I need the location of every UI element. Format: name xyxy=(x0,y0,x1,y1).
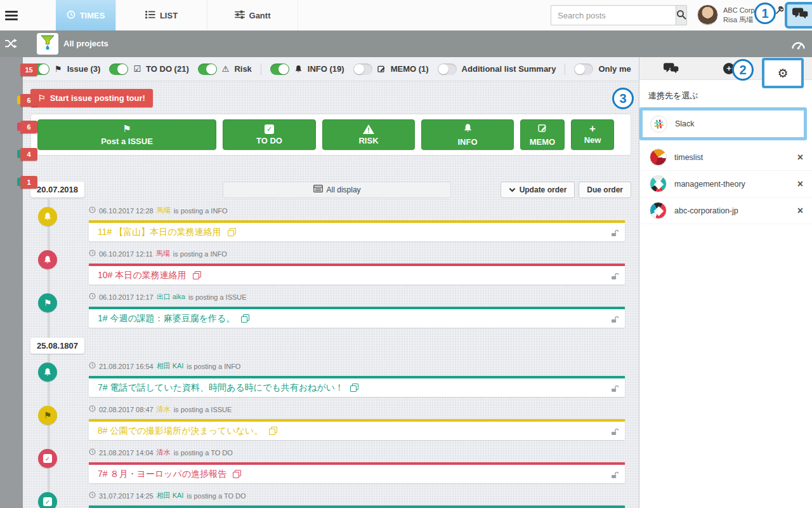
workspace-item-management-theory[interactable]: management-theory × xyxy=(639,171,812,197)
wrench-icon xyxy=(775,6,783,17)
copy-icon[interactable] xyxy=(233,470,241,478)
post-card[interactable]: 8# 公園での撮影場所が決まっていない。 xyxy=(89,419,625,440)
post-author[interactable]: 馬場 xyxy=(156,249,170,258)
toggle-off[interactable] xyxy=(353,64,372,75)
count-badge[interactable]: 4 xyxy=(20,148,37,161)
count-badge[interactable]: 15 xyxy=(20,64,37,76)
unlock-icon[interactable] xyxy=(610,427,619,439)
copy-icon[interactable] xyxy=(241,314,249,323)
tab-times[interactable]: TIMES xyxy=(56,0,115,30)
post-title-link[interactable]: 1# 今週の課題：麻婆豆腐を作る。 xyxy=(98,313,235,324)
post-card[interactable]: 11# 【富山】本日の業務連絡用 xyxy=(89,220,625,241)
hamburger-menu-icon[interactable] xyxy=(0,0,23,30)
workspace-item-timeslist[interactable]: timeslist × xyxy=(639,144,812,171)
post-card[interactable]: 1# 今週の課題：麻婆豆腐を作る。 xyxy=(89,307,625,328)
post-title-link[interactable]: 11# 【富山】本日の業務連絡用 xyxy=(98,227,221,238)
post-actions-panel: ⚑ Post a ISSUE ✓ TO DO RISK INFO ME xyxy=(30,114,631,156)
post-title-link[interactable]: 7# 電話で話していた資料、時間ある時にでも共有おねがい！ xyxy=(98,382,344,394)
search-box xyxy=(551,5,686,25)
post-action: is posting a INFO xyxy=(187,363,240,370)
new-button[interactable]: + New xyxy=(571,119,614,150)
bell-icon xyxy=(38,250,57,269)
post-risk-button[interactable]: RISK xyxy=(322,119,415,150)
flag-icon: ⚑ xyxy=(55,65,62,73)
divider xyxy=(565,64,565,75)
search-button[interactable] xyxy=(676,5,687,25)
copy-icon[interactable] xyxy=(193,271,201,279)
post-author[interactable]: 清水 xyxy=(157,448,171,457)
post-title-link[interactable]: 8# 公園での撮影場所が決まっていない。 xyxy=(98,425,263,437)
toggle-on[interactable] xyxy=(109,64,128,75)
project-filter-button[interactable] xyxy=(37,33,58,55)
shuffle-icon[interactable] xyxy=(5,39,17,51)
filter-info[interactable]: INFO (19) xyxy=(270,64,344,75)
timeline-post: ⚑ 02.08.2017 08:47 清水 is posting a ISSUE… xyxy=(30,403,631,440)
copy-icon[interactable] xyxy=(228,228,236,236)
settings-tab[interactable]: ⚙ xyxy=(762,58,804,88)
workspace-name: abc-corporation-jp xyxy=(674,206,738,215)
count-badge[interactable]: 1 xyxy=(20,176,37,189)
remove-icon[interactable]: × xyxy=(797,152,803,163)
post-author[interactable]: 相田 KAI xyxy=(157,361,184,371)
remove-icon[interactable]: × xyxy=(797,206,803,216)
toggle-off[interactable] xyxy=(574,64,593,75)
all-display-button[interactable]: All display xyxy=(223,182,451,198)
post-author[interactable]: 出口 aika xyxy=(157,292,185,302)
unlock-icon[interactable] xyxy=(610,471,619,482)
chat-icon[interactable] xyxy=(664,63,679,77)
due-order-button[interactable]: Due order xyxy=(579,182,631,198)
date-badge: 20.07.2018 xyxy=(30,182,84,197)
post-card[interactable]: 7# 電話で話していた資料、時間ある時にでも共有おねがい！ xyxy=(89,376,625,397)
filter-only-me[interactable]: Only me xyxy=(574,64,631,75)
filter-todo[interactable]: ☑ TO DO (21) xyxy=(109,64,188,75)
timeline-post: 06.10.2017 12:11 馬場 is posting a INFO 10… xyxy=(30,248,631,284)
clock-icon xyxy=(89,448,96,457)
post-title-link[interactable]: 7# ８月・ヨーロッパの進捗報告 xyxy=(98,469,226,480)
chat-button[interactable] xyxy=(785,2,812,29)
integration-item-slack[interactable]: Slack xyxy=(639,107,807,140)
count-badge[interactable]: 6 xyxy=(20,94,37,107)
search-icon xyxy=(676,10,686,22)
post-memo-button[interactable]: MEMO xyxy=(520,119,565,150)
post-author[interactable]: 清水 xyxy=(157,404,171,414)
chevron-down-icon xyxy=(509,185,516,194)
toggle-on[interactable] xyxy=(270,64,289,75)
post-issue-button[interactable]: ⚑ Post a ISSUE xyxy=(37,119,216,150)
post-author[interactable]: 相田 KAI xyxy=(157,491,184,500)
post-card[interactable]: 7# ８月・ヨーロッパの進捗報告 xyxy=(89,462,625,483)
filter-issue[interactable]: ⚑ Issue (3) xyxy=(30,64,100,75)
remove-icon[interactable]: × xyxy=(797,179,803,189)
toggle-off[interactable] xyxy=(438,64,457,75)
post-card[interactable]: 10# 本日の業務連絡用 xyxy=(89,264,625,284)
post-card[interactable]: 4# ツールの簡単な使い方、グラフ・ガジェットのMeetup立ち上げの紹介予定。 xyxy=(89,505,625,508)
unlock-icon[interactable] xyxy=(610,272,619,283)
update-order-button[interactable]: Update order xyxy=(501,182,575,198)
filter-memo[interactable]: MEMO (1) xyxy=(353,64,429,75)
workspace-list: timeslist × management-theory × abc-corp… xyxy=(639,144,812,224)
workspace-name: timeslist xyxy=(674,153,703,162)
app-root: TIMES LIST Gantt ABC Corporation Risa 馬場 xyxy=(0,0,812,508)
post-title-link[interactable]: 10# 本日の業務連絡用 xyxy=(98,270,187,281)
toggle-on[interactable] xyxy=(198,64,217,75)
tab-gantt[interactable]: Gantt xyxy=(207,0,298,30)
post-todo-button[interactable]: ✓ TO DO xyxy=(223,119,316,150)
post-action: is posting a INFO xyxy=(174,207,228,215)
search-input[interactable] xyxy=(551,5,676,25)
copy-icon[interactable] xyxy=(350,384,358,392)
copy-icon[interactable] xyxy=(269,427,277,435)
post-action: is posting a INFO xyxy=(173,250,227,258)
tab-list[interactable]: LIST xyxy=(115,0,207,30)
post-author[interactable]: 馬場 xyxy=(157,206,171,215)
speedometer-icon[interactable] xyxy=(791,38,806,52)
unlock-icon[interactable] xyxy=(610,384,619,396)
unlock-icon[interactable] xyxy=(610,229,619,240)
project-title[interactable]: All projects xyxy=(63,30,108,57)
post-info-button[interactable]: INFO xyxy=(421,119,514,150)
filter-additional-list-summary[interactable]: Additional list Summary xyxy=(438,64,556,75)
count-badge[interactable]: 6 xyxy=(20,121,37,133)
filter-risk[interactable]: ⚠ Risk xyxy=(198,64,252,75)
start-tour-button[interactable]: ⚐ Start issue posting tour! xyxy=(30,89,153,107)
unlock-icon[interactable] xyxy=(610,315,619,326)
display-icon xyxy=(313,185,323,194)
workspace-item-abc-corporation-jp[interactable]: abc-corporation-jp × xyxy=(639,197,812,224)
